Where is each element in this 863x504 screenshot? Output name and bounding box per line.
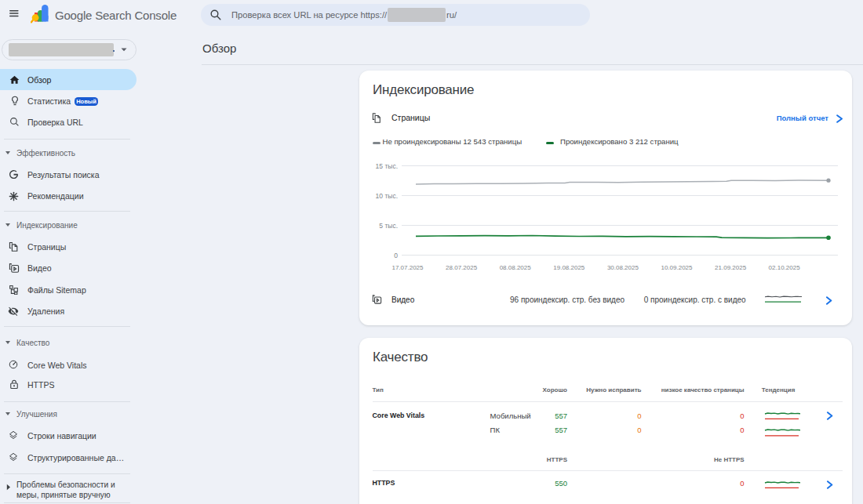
svg-text:5 тыс.: 5 тыс. [379,222,398,230]
svg-text:10.09.2025: 10.09.2025 [661,264,693,271]
svg-text:08.08.2025: 08.08.2025 [500,264,532,271]
svg-text:10 тыс.: 10 тыс. [376,192,398,200]
svg-text:15 тыс.: 15 тыс. [376,162,398,170]
svg-text:30.08.2025: 30.08.2025 [607,264,639,271]
svg-text:19.08.2025: 19.08.2025 [553,264,585,271]
svg-text:02.10.2025: 02.10.2025 [769,264,801,271]
svg-text:28.07.2025: 28.07.2025 [446,264,478,271]
svg-text:21.09.2025: 21.09.2025 [715,264,747,271]
svg-text:17.07.2025: 17.07.2025 [391,264,424,271]
svg-text:0: 0 [394,252,398,259]
